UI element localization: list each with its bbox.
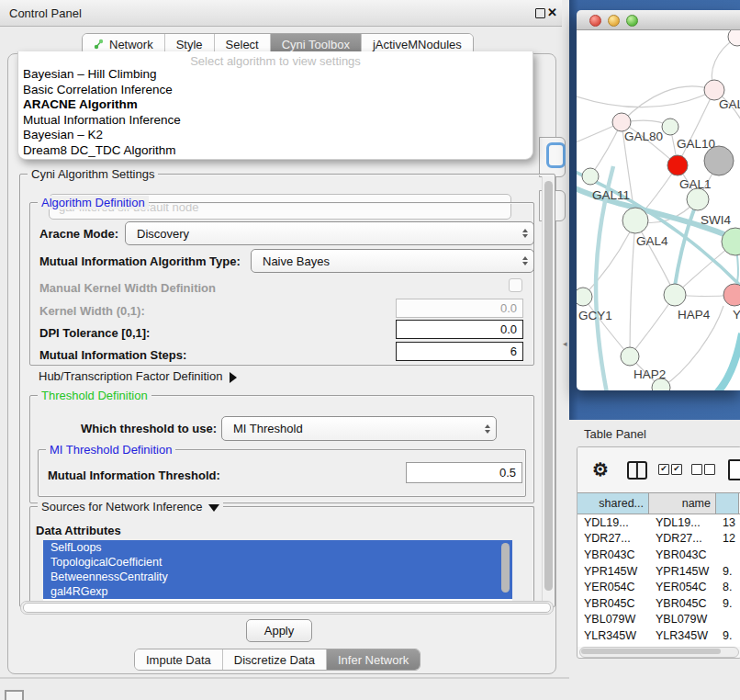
table-cell: YBR043C	[577, 548, 649, 561]
kernel-width-value: 0.0	[500, 301, 517, 315]
network-node[interactable]	[622, 208, 648, 233]
mi-steps-field[interactable]: 6	[396, 342, 523, 361]
table-cell: YDR27...	[577, 532, 649, 545]
collapsed-panel-button[interactable]	[5, 690, 24, 700]
algorithm-option[interactable]: Mutual Information Inference	[18, 113, 533, 129]
data-attribute-item[interactable]: gal4RGexp	[43, 584, 512, 599]
table-row[interactable]: YDR27...YDR27...12	[577, 531, 740, 548]
table-row[interactable]: YER054CYER054C8.	[577, 579, 740, 595]
panel-collapse-handle[interactable]: ◂	[563, 339, 567, 348]
network-node[interactable]	[582, 168, 599, 185]
algorithm-option[interactable]: Basic Correlation Inference	[18, 83, 533, 98]
tab-label: jActiveMNodules	[373, 38, 462, 51]
network-node[interactable]	[728, 30, 740, 46]
manual-kernel-label: Manual Kernel Width Definition	[39, 281, 216, 295]
kernel-width-field[interactable]: 0.0	[396, 299, 523, 318]
network-node[interactable]	[664, 284, 686, 306]
scrollbar-thumb[interactable]	[544, 181, 553, 591]
close-window-icon[interactable]	[589, 15, 601, 27]
unchecked-checkbox-icon[interactable]	[704, 464, 715, 475]
column-header[interactable]	[716, 493, 739, 514]
data-attributes-label: Data Attributes	[36, 524, 121, 537]
network-window-titlebar[interactable]	[577, 10, 740, 30]
network-canvas[interactable]: GALGAL80GAL10GAL1GAL11SWI4GAL4GCY1HAP4YH…	[577, 30, 740, 390]
control-panel-header: Control Panel ✕	[0, 0, 562, 27]
combo-focus-button[interactable]	[546, 142, 566, 168]
algorithm-dropdown-placeholder: Select algorithm to view settings	[18, 51, 533, 67]
table-row[interactable]: YLR345WYLR345W9.	[577, 627, 740, 644]
minimize-window-icon[interactable]	[608, 15, 620, 27]
sources-group: Sources for Network Inference Data Attri…	[29, 506, 534, 605]
list-scrollbar-thumb[interactable]	[501, 543, 510, 593]
zoom-window-icon[interactable]	[626, 15, 638, 27]
table-cell: 8.	[716, 581, 739, 593]
table-hscrollbar-thumb[interactable]	[581, 649, 721, 654]
tab-label: Network	[109, 38, 153, 51]
network-node[interactable]	[612, 113, 631, 131]
node-label: Y	[733, 308, 740, 322]
table-row[interactable]: YBR045CYBR045C9.	[577, 595, 740, 612]
network-view-window[interactable]: GALGAL80GAL10GAL1GAL11SWI4GAL4GCY1HAP4YH…	[577, 10, 740, 390]
tab-impute-data[interactable]: Impute Data	[135, 649, 223, 670]
table-row[interactable]: YDL19...YDL19...13	[577, 514, 740, 531]
algorithm-option[interactable]: Bayesian – Hill Climbing	[18, 67, 533, 83]
checked-checkbox-icon[interactable]: ✔	[658, 464, 669, 475]
network-node[interactable]	[621, 347, 639, 366]
settings-vertical-scrollbar[interactable]	[542, 176, 554, 603]
hub-definition-toggle[interactable]: Hub/Transcription Factor Definition	[39, 369, 237, 383]
close-panel-icon[interactable]: ✕	[547, 6, 557, 19]
application-window: Control Panel ✕ Network Style Select Cyn…	[0, 0, 740, 700]
table-row[interactable]: YBL079WYBL079W	[577, 612, 740, 628]
combo-stepper-icon	[522, 229, 528, 238]
mi-threshold-label: Mutual Information Threshold:	[48, 469, 220, 482]
table-cell: YBR045C	[649, 597, 716, 610]
network-node[interactable]	[662, 119, 678, 135]
table-rows[interactable]: YDL19...YDL19...13YDR27...YDR27...12YBR0…	[577, 514, 740, 647]
table-row[interactable]: YPR145WYPR145W9.	[577, 563, 740, 580]
algorithm-option[interactable]: Dream8 DC_TDC Algorithm	[18, 143, 533, 159]
mi-type-label: Mutual Information Algorithm Type:	[39, 254, 241, 268]
hscrollbar-thumb[interactable]	[23, 603, 551, 613]
columns-icon[interactable]	[627, 461, 647, 480]
table-cell: YLR345W	[649, 629, 716, 642]
document-icon[interactable]	[728, 459, 740, 480]
mi-threshold-field[interactable]: 0.5	[406, 462, 522, 483]
network-edge	[583, 220, 635, 297]
mi-type-combo[interactable]: Naive Bayes	[251, 249, 534, 273]
float-panel-icon[interactable]	[535, 8, 545, 18]
algorithm-option[interactable]: Bayesian – K2	[18, 128, 533, 143]
network-node[interactable]	[667, 155, 688, 175]
data-attribute-item[interactable]: TopologicalCoefficient	[43, 555, 512, 570]
algorithm-option[interactable]: ARACNE Algorithm	[18, 97, 533, 113]
network-node[interactable]	[687, 188, 709, 210]
table-cell: YDL19...	[649, 516, 716, 529]
data-attribute-item[interactable]: SelfLoops	[43, 540, 512, 555]
sources-title[interactable]: Sources for Network Inference	[38, 500, 223, 514]
which-threshold-combo[interactable]: MI Threshold	[221, 416, 497, 441]
tab-infer-network[interactable]: Infer Network	[327, 649, 420, 670]
table-row[interactable]: YBR043CYBR043C	[577, 547, 740, 563]
node-label: GAL80	[624, 130, 663, 143]
manual-kernel-checkbox[interactable]	[509, 278, 522, 292]
unchecked-checkbox-icon[interactable]	[691, 464, 702, 475]
table-horizontal-scrollbar[interactable]	[579, 647, 739, 658]
network-node[interactable]	[577, 288, 592, 306]
column-header[interactable]: name	[649, 493, 716, 514]
aracne-mode-combo[interactable]: Discovery	[125, 221, 534, 245]
cyni-algorithm-settings-group: Cyni Algorithm Settings Algorithm Defini…	[19, 174, 555, 607]
dpi-tolerance-field[interactable]: 0.0	[396, 320, 523, 339]
table-cell: 13	[716, 516, 739, 529]
column-header[interactable]: shared...	[577, 493, 649, 514]
data-attributes-list[interactable]: SelfLoopsTopologicalCoefficientBetweenne…	[43, 540, 512, 603]
network-node[interactable]	[723, 284, 740, 306]
aracne-mode-label: Aracne Mode:	[39, 227, 118, 241]
bottom-divider	[0, 677, 569, 679]
data-attribute-item[interactable]: BetweennessCentrality	[43, 570, 512, 584]
table-header[interactable]: shared...name	[577, 492, 740, 514]
apply-button[interactable]: Apply	[246, 619, 312, 642]
settings-horizontal-scrollbar[interactable]	[20, 601, 554, 615]
hub-definition-label: Hub/Transcription Factor Definition	[39, 369, 222, 383]
gear-icon[interactable]: ⚙	[592, 458, 609, 480]
tab-discretize-data[interactable]: Discretize Data	[223, 649, 327, 670]
checked-checkbox-icon[interactable]: ✔	[671, 464, 682, 475]
